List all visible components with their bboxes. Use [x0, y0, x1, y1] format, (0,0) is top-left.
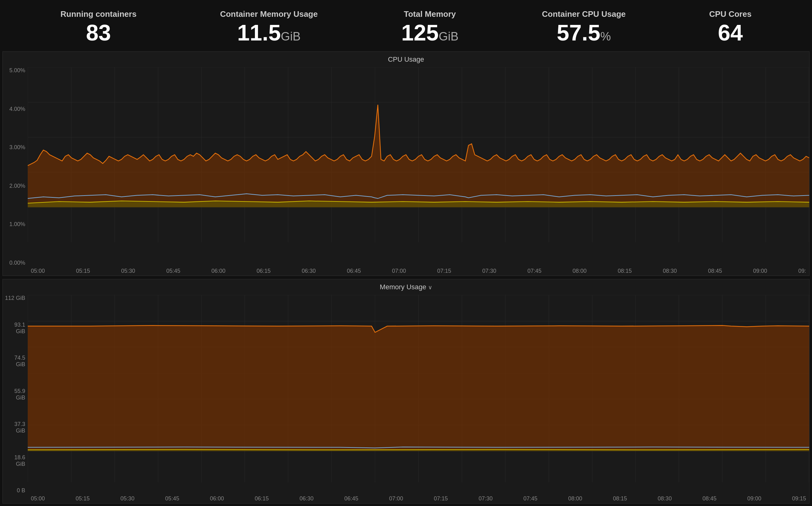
cpu-x-label-3: 05:45	[166, 268, 180, 274]
memory-x-label-6: 06:30	[299, 495, 313, 502]
cpu-x-label-15: 08:45	[708, 268, 722, 274]
cpu-x-label-5: 06:15	[256, 268, 271, 274]
memory-x-label-12: 08:00	[568, 495, 582, 502]
memory-chart-area: 0 B 18.6 GiB 37.3 GiB 55.9 GiB 74.5 GiB …	[3, 295, 809, 503]
dashboard: Running containers 83 Container Memory U…	[0, 0, 812, 506]
cpu-x-label-11: 07:45	[527, 268, 541, 274]
cpu-x-label-12: 08:00	[573, 268, 587, 274]
cpu-x-label-16: 09:00	[753, 268, 767, 274]
memory-x-label-9: 07:15	[434, 495, 448, 502]
memory-x-label-8: 07:00	[389, 495, 403, 502]
memory-x-label-5: 06:15	[255, 495, 269, 502]
cpu-y-label-5: 5.00%	[4, 67, 25, 74]
cpu-x-axis: 05:00 05:15 05:30 05:45 06:00 06:15 06:3…	[28, 266, 809, 275]
stat-label-cpu-cores: CPU Cores	[709, 9, 751, 19]
stat-label-cpu-usage: Container CPU Usage	[542, 9, 626, 19]
stat-label-running-containers: Running containers	[61, 9, 137, 19]
cpu-chart-area: 0.00% 1.00% 2.00% 3.00% 4.00% 5.00%	[3, 67, 809, 275]
cpu-chart-svg	[28, 67, 809, 242]
memory-x-label-11: 07:45	[523, 495, 537, 502]
memory-y-label-3: 55.9 GiB	[4, 388, 25, 401]
cpu-x-label-2: 05:30	[121, 268, 135, 274]
memory-y-label-0: 0 B	[4, 487, 25, 494]
memory-chart-chevron[interactable]: ∨	[428, 284, 432, 290]
memory-x-label-3: 05:45	[165, 495, 179, 502]
memory-y-axis: 0 B 18.6 GiB 37.3 GiB 55.9 GiB 74.5 GiB …	[3, 295, 28, 494]
memory-y-label-2: 37.3 GiB	[4, 421, 25, 434]
stat-total-memory: Total Memory 125GiB	[401, 9, 459, 44]
cpu-chart-title: CPU Usage	[3, 52, 809, 67]
stat-cpu-cores: CPU Cores 64	[709, 9, 751, 44]
cpu-y-axis: 0.00% 1.00% 2.00% 3.00% 4.00% 5.00%	[3, 67, 28, 266]
memory-x-label-4: 06:00	[210, 495, 224, 502]
memory-x-label-10: 07:30	[478, 495, 493, 502]
memory-x-label-17: 09:15	[792, 495, 806, 502]
cpu-x-label-10: 07:30	[482, 268, 496, 274]
memory-chart-svg	[28, 295, 809, 482]
cpu-x-label-17: 09:	[798, 268, 806, 274]
stat-value-total-memory: 125GiB	[401, 21, 459, 44]
cpu-x-label-9: 07:15	[437, 268, 451, 274]
memory-x-label-14: 08:30	[658, 495, 672, 502]
cpu-x-label-8: 07:00	[392, 268, 406, 274]
stat-cpu-usage: Container CPU Usage 57.5%	[542, 9, 626, 44]
cpu-x-label-0: 05:00	[31, 268, 45, 274]
stat-value-running-containers: 83	[86, 21, 111, 44]
stat-label-container-memory: Container Memory Usage	[220, 9, 318, 19]
stat-value-cpu-cores: 64	[718, 21, 743, 44]
stat-container-memory-usage: Container Memory Usage 11.5GiB	[220, 9, 318, 44]
memory-chart-title[interactable]: Memory Usage ∨	[3, 279, 809, 295]
memory-chart-panel: Memory Usage ∨ 0 B 18.6 GiB 37.3 GiB 55.…	[2, 279, 810, 504]
memory-y-label-5: 93.1 GiB	[4, 322, 25, 335]
memory-x-label-16: 09:00	[747, 495, 761, 502]
cpu-x-label-6: 06:30	[302, 268, 316, 274]
stat-label-total-memory: Total Memory	[404, 9, 456, 19]
charts-container: CPU Usage 0.00% 1.00% 2.00% 3.00% 4.00% …	[0, 50, 812, 506]
stat-value-container-memory: 11.5GiB	[237, 21, 301, 44]
cpu-y-label-3: 3.00%	[4, 144, 25, 151]
cpu-x-label-14: 08:30	[663, 268, 677, 274]
memory-x-label-7: 06:45	[344, 495, 358, 502]
cpu-x-label-4: 06:00	[212, 268, 226, 274]
cpu-y-label-2: 2.00%	[4, 183, 25, 189]
cpu-y-label-4: 4.00%	[4, 106, 25, 112]
cpu-x-label-1: 05:15	[76, 268, 90, 274]
stat-value-cpu-usage: 57.5%	[557, 21, 611, 44]
stat-running-containers: Running containers 83	[61, 9, 137, 44]
memory-x-label-1: 05:15	[76, 495, 90, 502]
cpu-x-label-7: 06:45	[347, 268, 361, 274]
cpu-y-label-0: 0.00%	[4, 260, 25, 266]
memory-x-label-0: 05:00	[31, 495, 45, 502]
memory-y-label-6: 112 GiB	[4, 295, 25, 302]
memory-x-label-13: 08:15	[613, 495, 627, 502]
memory-x-label-2: 05:30	[120, 495, 134, 502]
cpu-y-label-1: 1.00%	[4, 221, 25, 228]
cpu-chart-panel: CPU Usage 0.00% 1.00% 2.00% 3.00% 4.00% …	[2, 52, 810, 276]
cpu-x-label-13: 08:15	[617, 268, 632, 274]
memory-y-label-1: 18.6 GiB	[4, 454, 25, 468]
memory-y-label-4: 74.5 GiB	[4, 355, 25, 368]
stats-header: Running containers 83 Container Memory U…	[0, 0, 812, 50]
memory-x-label-15: 08:45	[703, 495, 717, 502]
memory-x-axis: 05:00 05:15 05:30 05:45 06:00 06:15 06:3…	[28, 494, 809, 503]
